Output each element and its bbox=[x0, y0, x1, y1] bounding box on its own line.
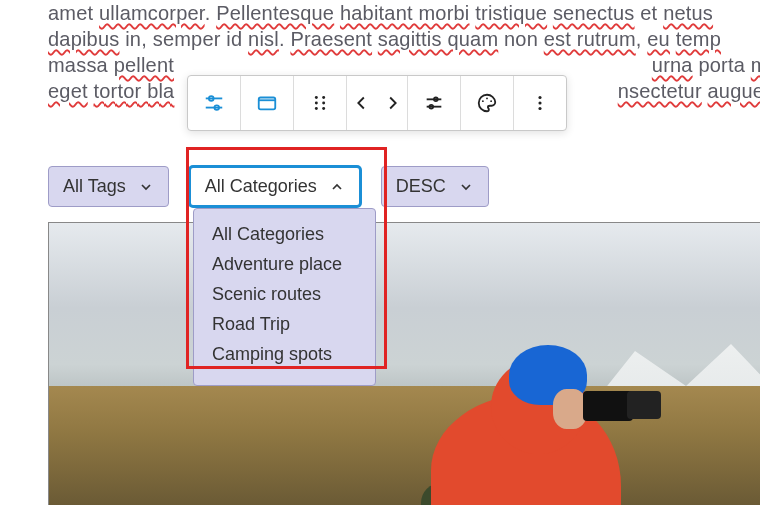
kebab-icon bbox=[529, 92, 551, 114]
categories-label: All Categories bbox=[205, 176, 317, 197]
chevron-down-icon bbox=[458, 179, 474, 195]
style-button[interactable] bbox=[461, 76, 514, 130]
svg-point-15 bbox=[482, 100, 484, 102]
drag-handle[interactable] bbox=[294, 76, 347, 130]
block-type-button[interactable] bbox=[241, 76, 294, 130]
sliders-icon bbox=[203, 92, 225, 114]
align-button[interactable] bbox=[408, 76, 461, 130]
svg-point-9 bbox=[315, 107, 318, 110]
chevron-left-icon bbox=[351, 92, 373, 114]
svg-point-19 bbox=[538, 101, 541, 104]
sliders-horizontal-icon bbox=[423, 92, 445, 114]
more-options-button[interactable] bbox=[514, 76, 566, 130]
folder-outline-icon bbox=[256, 92, 278, 114]
svg-point-8 bbox=[322, 102, 325, 105]
chevron-up-icon bbox=[329, 179, 345, 195]
dropdown-option[interactable]: Camping spots bbox=[194, 339, 375, 369]
block-toolbar bbox=[187, 75, 567, 131]
dropdown-option[interactable]: Scenic routes bbox=[194, 279, 375, 309]
order-selector[interactable]: DESC bbox=[381, 166, 489, 207]
block-settings-button[interactable] bbox=[188, 76, 241, 130]
categories-dropdown: All Categories Adventure place Scenic ro… bbox=[193, 208, 376, 386]
svg-point-16 bbox=[486, 98, 488, 100]
chevron-down-icon bbox=[138, 179, 154, 195]
dropdown-option[interactable]: Adventure place bbox=[194, 249, 375, 279]
tags-label: All Tags bbox=[63, 176, 126, 197]
move-right-button[interactable] bbox=[377, 76, 407, 130]
svg-point-7 bbox=[315, 102, 318, 105]
chevron-right-icon bbox=[381, 92, 403, 114]
tags-selector[interactable]: All Tags bbox=[48, 166, 169, 207]
hero-image bbox=[48, 222, 760, 505]
categories-selector[interactable]: All Categories bbox=[189, 166, 361, 207]
svg-point-18 bbox=[538, 96, 541, 99]
dropdown-option[interactable]: All Categories bbox=[194, 219, 375, 249]
palette-icon bbox=[476, 92, 498, 114]
svg-rect-4 bbox=[259, 98, 276, 110]
drag-icon bbox=[309, 92, 331, 114]
svg-point-5 bbox=[315, 96, 318, 99]
svg-point-17 bbox=[490, 100, 492, 102]
order-label: DESC bbox=[396, 176, 446, 197]
filter-row: All Tags All Categories DESC bbox=[48, 166, 489, 207]
dropdown-option[interactable]: Road Trip bbox=[194, 309, 375, 339]
svg-point-20 bbox=[538, 107, 541, 110]
svg-point-10 bbox=[322, 107, 325, 110]
move-left-button[interactable] bbox=[347, 76, 377, 130]
svg-point-6 bbox=[322, 96, 325, 99]
